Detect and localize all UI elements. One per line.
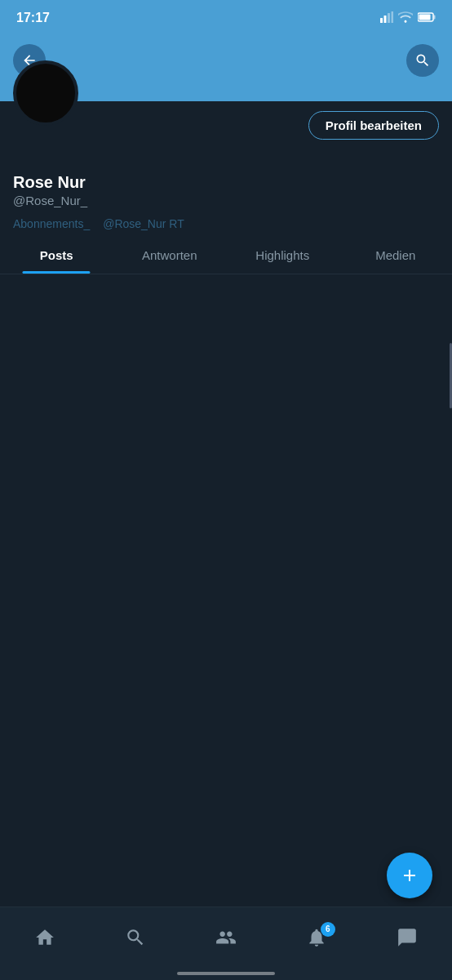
avatar-container (13, 60, 78, 126)
follows-row: Abonnements_ @Rose_Nur RT (0, 214, 452, 237)
search-button[interactable] (406, 44, 439, 77)
svg-rect-0 (380, 18, 383, 23)
bottom-nav: 6 (0, 906, 452, 980)
follows-dim-text: Abonnements_ (13, 217, 90, 230)
nav-home[interactable] (34, 927, 55, 948)
rt-handle-text: @Rose_Nur RT (103, 217, 184, 230)
tabs-container: Posts Antworten Highlights Medien (0, 237, 452, 274)
compose-fab-button[interactable] (387, 853, 432, 898)
avatar (13, 60, 78, 126)
nav-search[interactable] (125, 927, 146, 948)
home-indicator (177, 972, 275, 975)
edit-profile-button[interactable]: Profil bearbeiten (308, 111, 439, 140)
profile-handle: @Rose_Nur_ (13, 194, 439, 207)
svg-rect-1 (384, 16, 387, 23)
notification-badge: 6 (321, 922, 335, 937)
battery-icon (418, 11, 436, 24)
svg-rect-3 (392, 11, 394, 23)
tab-antworten[interactable]: Antworten (113, 237, 227, 274)
tab-medien[interactable]: Medien (339, 237, 453, 274)
tab-highlights[interactable]: Highlights (226, 237, 339, 274)
profile-name-section: Rose Nur @Rose_Nur_ (0, 172, 452, 214)
nav-messages[interactable] (397, 927, 418, 948)
status-icons (380, 11, 436, 25)
status-time: 17:17 (16, 11, 50, 25)
nav-notifications[interactable]: 6 (306, 927, 327, 948)
content-area (0, 274, 452, 764)
status-bar: 17:17 (0, 0, 452, 36)
tab-posts[interactable]: Posts (0, 237, 113, 274)
svg-rect-5 (434, 16, 436, 20)
profile-name: Rose Nur (13, 172, 439, 192)
nav-people[interactable] (215, 927, 237, 948)
signal-icon (380, 11, 393, 25)
svg-rect-6 (419, 15, 431, 20)
wifi-icon (398, 11, 413, 25)
profile-info-area: Profil bearbeiten (0, 101, 452, 172)
profile-section: Profil bearbeiten Rose Nur @Rose_Nur_ Ab… (0, 85, 452, 237)
svg-rect-2 (388, 13, 390, 23)
